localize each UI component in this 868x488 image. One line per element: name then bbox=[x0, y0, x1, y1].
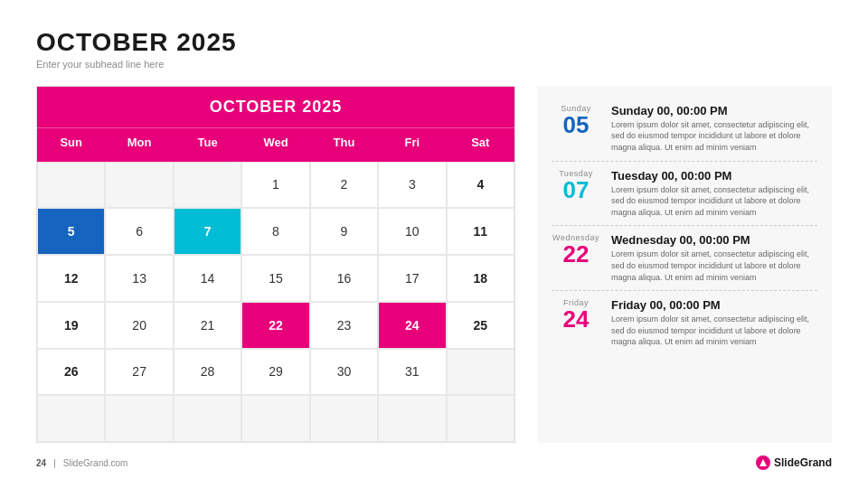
event-date-col: Tuesday 07 bbox=[552, 169, 600, 202]
event-item: Tuesday 07 Tuesday 00, 00:00 PM Lorem ip… bbox=[552, 162, 817, 227]
calendar-empty-cell bbox=[447, 349, 514, 396]
calendar-empty-cell bbox=[310, 395, 378, 442]
svg-marker-0 bbox=[760, 459, 767, 466]
calendar-day-cell[interactable]: 27 bbox=[105, 349, 173, 396]
event-day-num: 22 bbox=[563, 242, 590, 266]
calendar-day-cell[interactable]: 16 bbox=[310, 255, 378, 302]
footer-left: 24 | SlideGrand.com bbox=[36, 458, 127, 468]
calendar-day-cell[interactable]: 28 bbox=[174, 349, 241, 396]
content-area: OCTOBER 2025 SunMonTueWedThuFriSat123456… bbox=[36, 86, 832, 443]
calendar-empty-cell bbox=[37, 395, 105, 442]
page-title: OCTOBER 2025 bbox=[36, 29, 832, 57]
calendar-grid: SunMonTueWedThuFriSat1234567891011121314… bbox=[37, 127, 514, 442]
calendar-day-cell[interactable]: 5 bbox=[37, 208, 105, 255]
calendar-title: OCTOBER 2025 bbox=[37, 87, 514, 127]
event-date-col: Wednesday 22 bbox=[552, 233, 600, 266]
calendar-day-cell[interactable]: 4 bbox=[447, 162, 514, 209]
calendar-day-header: Sat bbox=[447, 127, 514, 162]
event-day-num: 05 bbox=[563, 113, 590, 136]
event-desc: Lorem ipsum dolor sit amet, consectetur … bbox=[611, 314, 817, 348]
calendar-day-cell[interactable]: 13 bbox=[105, 255, 173, 302]
calendar-day-cell[interactable]: 20 bbox=[105, 302, 173, 349]
event-title: Sunday 00, 00:00 PM bbox=[611, 104, 817, 117]
calendar-day-cell[interactable]: 22 bbox=[241, 302, 309, 349]
calendar-day-cell[interactable]: 17 bbox=[378, 255, 446, 302]
calendar-empty-cell bbox=[174, 395, 241, 442]
event-desc: Lorem ipsum dolor sit amet, consectetur … bbox=[611, 119, 817, 154]
calendar-day-cell[interactable]: 7 bbox=[174, 208, 241, 255]
calendar-empty-cell bbox=[241, 395, 309, 442]
calendar-day-cell[interactable]: 19 bbox=[37, 302, 105, 349]
header: OCTOBER 2025 Enter your subhead line her… bbox=[36, 29, 832, 70]
calendar-day-header: Thu bbox=[310, 127, 378, 162]
footer-divider: | bbox=[53, 458, 56, 468]
calendar-day-cell[interactable]: 8 bbox=[241, 208, 309, 255]
calendar-day-cell[interactable]: 1 bbox=[241, 162, 309, 209]
calendar-day-cell[interactable]: 24 bbox=[378, 302, 446, 349]
page-wrapper: OCTOBER 2025 Enter your subhead line her… bbox=[0, 0, 868, 488]
event-item: Wednesday 22 Wednesday 00, 00:00 PM Lore… bbox=[552, 226, 817, 291]
event-title: Friday 00, 00:00 PM bbox=[611, 298, 817, 312]
events-panel: Sunday 05 Sunday 00, 00:00 PM Lorem ipsu… bbox=[537, 86, 832, 443]
calendar-day-cell[interactable]: 10 bbox=[378, 208, 446, 255]
event-info: Sunday 00, 00:00 PM Lorem ipsum dolor si… bbox=[611, 104, 817, 154]
event-info: Tuesday 00, 00:00 PM Lorem ipsum dolor s… bbox=[611, 169, 817, 219]
calendar-day-header: Wed bbox=[241, 127, 309, 162]
calendar-empty-cell bbox=[37, 162, 105, 209]
calendar-day-cell[interactable]: 3 bbox=[378, 162, 446, 209]
calendar-day-cell[interactable]: 31 bbox=[378, 349, 446, 396]
calendar: OCTOBER 2025 SunMonTueWedThuFriSat123456… bbox=[36, 86, 515, 443]
calendar-day-header: Sun bbox=[37, 127, 105, 162]
event-day-num: 07 bbox=[563, 178, 590, 202]
event-item: Sunday 05 Sunday 00, 00:00 PM Lorem ipsu… bbox=[552, 97, 817, 162]
event-desc: Lorem ipsum dolor sit amet, consectetur … bbox=[611, 184, 817, 219]
calendar-day-header: Tue bbox=[174, 127, 241, 162]
calendar-day-header: Fri bbox=[378, 127, 446, 162]
event-info: Wednesday 00, 00:00 PM Lorem ipsum dolor… bbox=[611, 233, 817, 283]
calendar-day-cell[interactable]: 12 bbox=[37, 255, 105, 302]
footer-brand: SlideGrand bbox=[756, 455, 832, 470]
calendar-empty-cell bbox=[174, 162, 241, 209]
calendar-day-cell[interactable]: 11 bbox=[447, 208, 514, 255]
event-title: Tuesday 00, 00:00 PM bbox=[611, 169, 817, 183]
event-date-col: Friday 24 bbox=[552, 298, 600, 331]
calendar-empty-cell bbox=[105, 395, 173, 442]
event-info: Friday 00, 00:00 PM Lorem ipsum dolor si… bbox=[611, 298, 817, 348]
calendar-day-cell[interactable]: 6 bbox=[105, 208, 173, 255]
page-subtitle: Enter your subhead line here bbox=[36, 59, 832, 70]
calendar-day-cell[interactable]: 26 bbox=[37, 349, 105, 396]
calendar-day-cell[interactable]: 2 bbox=[310, 162, 378, 209]
brand-name: SlideGrand bbox=[774, 456, 832, 469]
brand-icon bbox=[756, 455, 770, 470]
calendar-day-header: Mon bbox=[105, 127, 173, 162]
page-number: 24 bbox=[36, 458, 46, 468]
calendar-day-cell[interactable]: 21 bbox=[174, 302, 241, 349]
footer: 24 | SlideGrand.com SlideGrand bbox=[36, 452, 832, 470]
event-day-num: 24 bbox=[563, 307, 590, 331]
calendar-day-cell[interactable]: 15 bbox=[241, 255, 309, 302]
calendar-day-cell[interactable]: 23 bbox=[310, 302, 378, 349]
event-desc: Lorem ipsum dolor sit amet, consectetur … bbox=[611, 249, 817, 283]
event-item: Friday 24 Friday 00, 00:00 PM Lorem ipsu… bbox=[552, 291, 817, 355]
calendar-empty-cell bbox=[105, 162, 173, 209]
event-title: Wednesday 00, 00:00 PM bbox=[611, 233, 817, 247]
calendar-day-cell[interactable]: 30 bbox=[310, 349, 378, 396]
calendar-empty-cell bbox=[378, 395, 446, 442]
calendar-day-cell[interactable]: 29 bbox=[241, 349, 309, 396]
calendar-day-cell[interactable]: 14 bbox=[174, 255, 241, 302]
event-date-col: Sunday 05 bbox=[552, 104, 600, 136]
footer-site: SlideGrand.com bbox=[63, 458, 128, 468]
calendar-day-cell[interactable]: 25 bbox=[447, 302, 514, 349]
calendar-empty-cell bbox=[447, 395, 514, 442]
calendar-day-cell[interactable]: 18 bbox=[447, 255, 514, 302]
calendar-day-cell[interactable]: 9 bbox=[310, 208, 378, 255]
